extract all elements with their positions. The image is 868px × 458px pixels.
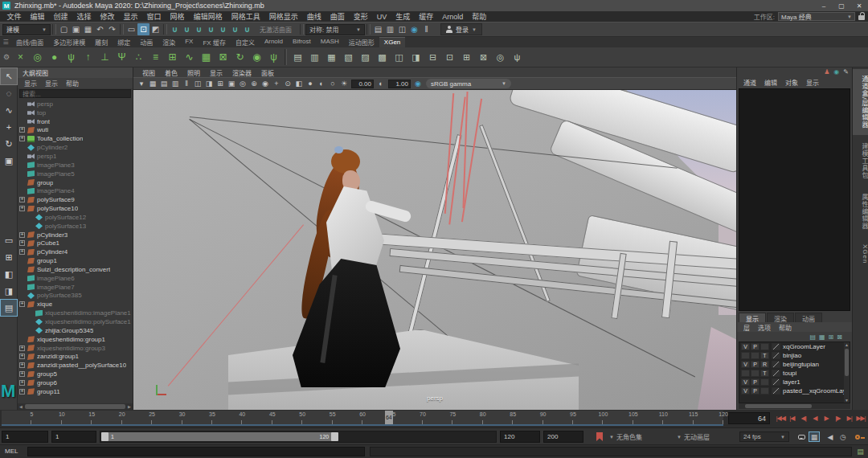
layout-shortcut-icon[interactable]: ⊞	[1, 249, 17, 265]
scroll-thumb[interactable]	[745, 404, 812, 408]
outliner-item[interactable]: group5	[18, 370, 133, 378]
render-icon[interactable]: ◉	[408, 23, 420, 35]
expander-icon[interactable]	[19, 266, 27, 272]
layer-displaytype-toggle[interactable]	[760, 343, 769, 350]
menu-item[interactable]: 编辑网格	[189, 11, 227, 22]
xgen-shelf-icon[interactable]: ↑	[80, 49, 96, 66]
expander-icon[interactable]	[19, 136, 25, 141]
layer-color-swatch[interactable]	[772, 378, 780, 386]
search-input[interactable]: 搜索...	[19, 89, 131, 98]
expander-icon[interactable]	[19, 145, 27, 151]
script-editor-icon[interactable]: ▤	[855, 447, 866, 456]
viewport-toolbar-icon[interactable]: ▾	[136, 79, 147, 89]
exposure-field[interactable]: 0.00	[351, 80, 374, 88]
layer-editor-tab[interactable]: 显示	[739, 313, 766, 322]
tool-icon[interactable]: ↻	[1, 136, 17, 152]
menu-item[interactable]: Arnold	[438, 13, 468, 21]
command-language-label[interactable]: MEL	[5, 448, 18, 455]
groom-shelf-icon[interactable]: ⊠	[475, 49, 492, 66]
panel-menu-item[interactable]: 面板	[257, 68, 278, 77]
viewport-toolbar-icon[interactable]: ◎	[237, 79, 248, 89]
shelf-tab[interactable]: 渲染	[158, 37, 180, 47]
outliner-item[interactable]: xiqueshentidimo:polySurface1	[18, 317, 133, 326]
layer-color-swatch[interactable]	[772, 343, 780, 350]
lock-icon[interactable]	[858, 15, 865, 20]
expander-icon[interactable]	[19, 162, 27, 168]
channel-box-menu-item[interactable]: 编辑	[761, 78, 780, 87]
maximize-button[interactable]: ▢	[833, 0, 850, 11]
layer-visibility-toggle[interactable]: V	[741, 361, 750, 368]
tool-icon[interactable]: ↖	[1, 68, 17, 84]
colorspace-dropdown[interactable]: sRGB gamma ▼	[426, 79, 511, 88]
layer-playback-toggle[interactable]: P	[751, 387, 760, 395]
snap-magnet-icon[interactable]: ∪	[169, 23, 181, 35]
playback-button[interactable]: |▶	[832, 411, 843, 425]
pencil-icon[interactable]: ✎	[843, 68, 849, 77]
render-icon[interactable]: ◫	[396, 23, 408, 35]
xgen-shelf-icon[interactable]: ⊠	[215, 49, 231, 66]
outliner-item[interactable]: zhijia:Group5345	[18, 326, 133, 335]
groom-shelf-icon[interactable]: ◫	[391, 49, 407, 66]
anim-layer-dropdown[interactable]: ▼ 无动画层	[677, 431, 710, 442]
workspace-dropdown[interactable]: Maya 经典 ▼	[778, 12, 855, 21]
viewport-toolbar-icon[interactable]: ▤	[158, 79, 170, 89]
outliner-item[interactable]: group	[18, 178, 133, 187]
outliner-item[interactable]: group11	[18, 387, 133, 396]
viewport-toolbar-icon[interactable]: ▥	[170, 79, 181, 89]
panel-menu-item[interactable]: 视图	[138, 68, 159, 77]
scroll-thumb[interactable]	[25, 404, 125, 409]
xgen-shelf-icon[interactable]: ◉	[248, 49, 265, 66]
expander-icon[interactable]	[19, 206, 25, 211]
xgen-shelf-icon[interactable]: ψ	[63, 49, 80, 66]
outliner-item[interactable]: pCylinder4	[18, 247, 133, 256]
outliner-item[interactable]: polySurface12	[18, 213, 133, 222]
tool-icon[interactable]: ∿	[1, 102, 17, 118]
layout-shortcut-icon[interactable]: ◧	[1, 266, 17, 282]
groom-shelf-icon[interactable]: ⊟	[424, 49, 441, 66]
expander-icon[interactable]	[19, 292, 27, 299]
xgen-shelf-icon[interactable]: ∴	[130, 49, 147, 66]
layer-row[interactable]: T binjiao	[739, 351, 850, 360]
layer-playback-toggle[interactable]: P	[751, 361, 760, 368]
groom-shelf-icon[interactable]: ▨	[357, 49, 374, 66]
menu-item[interactable]: 创建	[49, 11, 72, 22]
divider[interactable]	[366, 24, 371, 35]
divider[interactable]	[163, 24, 167, 35]
snap-magnet-icon[interactable]: ∪	[193, 23, 205, 35]
sidebar-tab[interactable]: 通道盒/层编辑器	[853, 69, 868, 135]
expander-icon[interactable]	[19, 301, 25, 307]
expander-icon[interactable]	[27, 310, 35, 317]
mute-speaker-icon[interactable]: ◀	[825, 431, 836, 442]
menu-set-dropdown[interactable]: 建模 ▼	[2, 24, 51, 35]
snap-magnet-icon[interactable]: ∪	[217, 23, 229, 35]
layer-visibility-toggle[interactable]	[741, 370, 750, 377]
expander-icon[interactable]	[19, 153, 27, 159]
expander-icon[interactable]	[19, 188, 27, 194]
outliner-item[interactable]: xiqueshentidimo:group1	[18, 335, 133, 344]
viewport-toolbar-icon[interactable]: +	[271, 79, 282, 89]
layout-shortcut-icon[interactable]: ▤	[1, 300, 17, 316]
expander-icon[interactable]	[19, 389, 25, 395]
outliner-item[interactable]: group1	[18, 256, 133, 265]
shelf-tab[interactable]: 曲线/曲面	[11, 37, 48, 47]
outliner-item[interactable]: imagePlane4	[18, 186, 133, 195]
layer-visibility-toggle[interactable]: V	[741, 343, 750, 350]
shelf-tab[interactable]: 运动图形	[344, 37, 379, 47]
minimize-button[interactable]: –	[815, 0, 833, 11]
viewport-toolbar-icon[interactable]: ▦	[147, 79, 158, 89]
expander-icon[interactable]	[19, 380, 25, 386]
panel-menu-item[interactable]: 着色	[161, 68, 182, 77]
outliner-item[interactable]: imagePlane3	[18, 161, 133, 170]
layer-create-icon[interactable]: ⊞	[829, 333, 834, 341]
playback-button[interactable]: |◀	[786, 411, 797, 425]
bookmark-icon[interactable]	[596, 432, 603, 441]
fps-dropdown[interactable]: 24 fps ▼	[739, 431, 789, 442]
menu-item[interactable]: 网格工具	[227, 11, 264, 22]
layout-shortcut-icon[interactable]: ▭	[1, 232, 17, 248]
viewport-toolbar-icon[interactable]: ⊙	[282, 79, 293, 89]
selection-mask-icon[interactable]: ▭	[125, 23, 137, 35]
current-frame-field[interactable]: 64	[728, 412, 770, 424]
menu-item[interactable]: UV	[372, 13, 391, 21]
menu-item[interactable]: 显示	[119, 11, 142, 22]
channel-box-menu-item[interactable]: 对象	[782, 78, 801, 87]
